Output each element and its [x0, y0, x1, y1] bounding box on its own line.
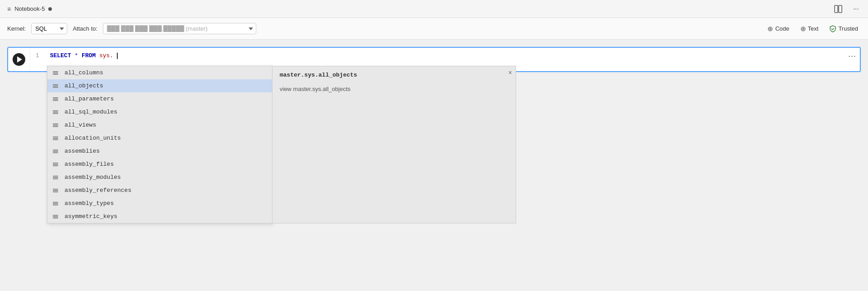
- sql-keyword-from: FROM: [82, 52, 96, 59]
- autocomplete-container: all_columnsall_objectsall_parametersall_…: [47, 66, 516, 223]
- plus-icon: ⊕: [767, 25, 773, 33]
- item-lines-icon: [53, 123, 60, 127]
- title-bar-left: ≡ Notebook-5: [7, 5, 52, 13]
- kernel-select[interactable]: SQL: [31, 23, 67, 34]
- item-lines-icon: [53, 150, 60, 153]
- item-lines-icon: [53, 215, 60, 218]
- svg-rect-0: [835, 5, 838, 13]
- autocomplete-item[interactable]: assembly_types: [47, 197, 272, 210]
- autocomplete-item-label: all_sql_modules: [65, 109, 117, 115]
- line-number: 1: [36, 52, 39, 59]
- item-lines-icon: [53, 202, 60, 205]
- svg-rect-1: [839, 5, 842, 13]
- cell-more-button[interactable]: ···: [848, 51, 856, 61]
- autocomplete-item[interactable]: asymmetric_keys: [47, 210, 272, 223]
- autocomplete-item-label: assembly_types: [65, 200, 114, 207]
- item-lines-icon: [53, 163, 60, 166]
- item-lines-icon: [53, 136, 60, 140]
- main-content: 1 SELECT * FROM sys. ··· all_columnsall_…: [0, 40, 868, 79]
- more-options-button[interactable]: ···: [851, 3, 861, 15]
- attach-label: Attach to:: [73, 25, 97, 32]
- split-view-button[interactable]: [832, 3, 844, 15]
- sql-keyword-select: SELECT: [50, 52, 71, 59]
- shield-icon: [829, 25, 836, 32]
- title-bar-right: ···: [832, 3, 861, 15]
- kernel-label: Kernel:: [7, 25, 26, 32]
- cell-code-content[interactable]: 1 SELECT * FROM sys.: [30, 48, 860, 64]
- title-bar: ≡ Notebook-5 ···: [0, 0, 868, 18]
- add-code-button[interactable]: ⊕ Code: [765, 23, 792, 35]
- detail-close-button[interactable]: ×: [508, 69, 512, 76]
- item-lines-icon: [53, 97, 60, 101]
- item-lines-icon: [53, 84, 60, 88]
- add-text-button[interactable]: ⊕ Text: [798, 23, 822, 35]
- autocomplete-item[interactable]: all_sql_modules: [47, 105, 272, 118]
- autocomplete-item-label: assembly_references: [65, 187, 131, 194]
- autocomplete-item[interactable]: allocation_units: [47, 132, 272, 145]
- text-cursor: [117, 53, 118, 59]
- autocomplete-item[interactable]: all_parameters: [47, 92, 272, 105]
- trusted-label: Trusted: [838, 25, 858, 32]
- autocomplete-item[interactable]: assemblies: [47, 145, 272, 158]
- autocomplete-item-label: all_parameters: [65, 95, 114, 102]
- run-icon: [17, 56, 22, 63]
- autocomplete-item-label: assembly_modules: [65, 174, 121, 181]
- cell-gutter: [8, 48, 30, 71]
- sql-star: *: [74, 52, 78, 59]
- autocomplete-item[interactable]: all_columns: [47, 66, 272, 79]
- dirty-indicator: [48, 7, 52, 11]
- notebook-title: Notebook-5: [14, 5, 45, 12]
- autocomplete-item-label: all_columns: [65, 69, 103, 76]
- detail-description: view master.sys.all_objects: [280, 86, 508, 92]
- autocomplete-item-label: all_views: [65, 122, 96, 128]
- detail-title: master.sys.all_objects: [280, 72, 508, 78]
- item-lines-icon: [53, 71, 60, 75]
- autocomplete-item[interactable]: assembly_modules: [47, 171, 272, 184]
- plus-icon-text: ⊕: [800, 25, 806, 33]
- autocomplete-item-label: allocation_units: [65, 135, 121, 141]
- autocomplete-item-label: assemblies: [65, 148, 100, 155]
- autocomplete-item[interactable]: all_objects: [47, 79, 272, 92]
- run-cell-button[interactable]: [13, 53, 25, 66]
- notebook-icon: ≡: [7, 5, 11, 13]
- item-lines-icon: [53, 110, 60, 114]
- autocomplete-item[interactable]: all_views: [47, 118, 272, 132]
- autocomplete-item-label: assembly_files: [65, 161, 114, 168]
- code-label: Code: [775, 25, 789, 32]
- text-label: Text: [808, 25, 819, 32]
- sql-table-ref: sys.: [99, 52, 113, 59]
- item-lines-icon: [53, 189, 60, 192]
- autocomplete-item[interactable]: assembly_references: [47, 184, 272, 197]
- autocomplete-item[interactable]: assembly_files: [47, 158, 272, 171]
- attach-select[interactable]: ███ ███ ███ ███,█████ (master): [103, 23, 256, 34]
- item-lines-icon: [53, 176, 60, 179]
- autocomplete-item-label: all_objects: [65, 82, 103, 89]
- autocomplete-list: all_columnsall_objectsall_parametersall_…: [47, 66, 272, 223]
- toolbar: Kernel: SQL Attach to: ███ ███ ███ ███,█…: [0, 18, 868, 40]
- trusted-button[interactable]: Trusted: [826, 23, 861, 34]
- detail-panel: × master.sys.all_objects view master.sys…: [272, 66, 516, 223]
- autocomplete-item-label: asymmetric_keys: [65, 213, 117, 220]
